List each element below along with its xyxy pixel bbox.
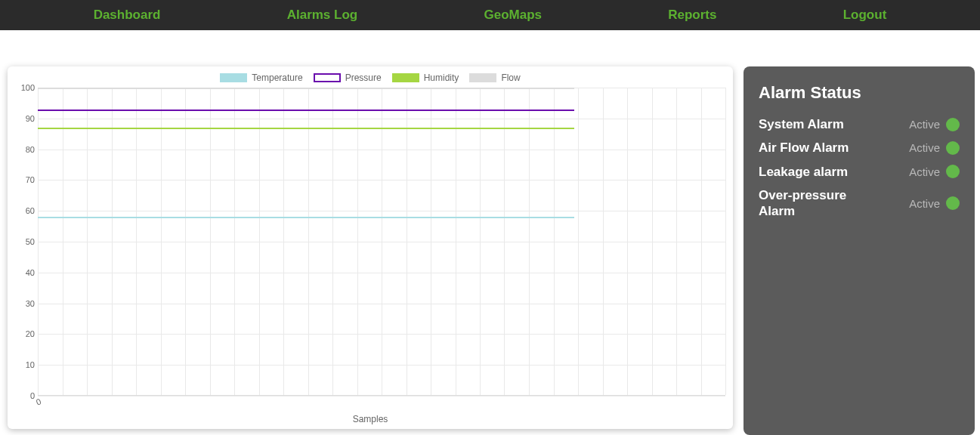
chart-ytick: 0	[17, 391, 35, 400]
chart-ytick: 30	[17, 299, 35, 308]
status-dot-icon	[946, 196, 960, 210]
legend-label-flow: Flow	[501, 72, 520, 83]
alarm-panel-title: Alarm Status	[759, 83, 960, 103]
chart-gridline-v	[283, 88, 284, 395]
alarm-status-text: Active	[909, 197, 940, 210]
chart-gridline-v	[112, 88, 113, 395]
chart-gridline-v	[407, 88, 407, 395]
chart-gridline-v	[38, 88, 39, 395]
legend-label-pressure: Pressure	[345, 72, 382, 83]
chart-gridline-v	[676, 88, 677, 395]
chart-series-pressure	[38, 110, 574, 111]
status-dot-icon	[946, 118, 960, 131]
legend-item-flow[interactable]: Flow	[469, 72, 520, 83]
chart-legend: Temperature Pressure Humidity Flow	[15, 72, 725, 83]
chart-gridline-v	[554, 88, 555, 395]
nav-logout[interactable]: Logout	[843, 8, 887, 23]
legend-swatch-temperature	[220, 73, 247, 82]
chart-plot-area	[38, 88, 725, 396]
alarm-row: System AlarmActive	[759, 116, 960, 132]
legend-item-pressure[interactable]: Pressure	[314, 72, 382, 83]
legend-swatch-flow	[469, 73, 496, 82]
alarm-name: Air Flow Alarm	[759, 140, 849, 156]
chart-gridline-v	[701, 88, 702, 395]
chart-ytick: 90	[17, 114, 35, 123]
alarm-status-wrap: Active	[909, 165, 960, 178]
legend-label-temperature: Temperature	[252, 72, 302, 83]
chart-ytick: 60	[17, 206, 35, 215]
alarm-status-panel: Alarm Status System AlarmActiveAir Flow …	[744, 66, 975, 435]
status-dot-icon	[946, 141, 960, 155]
chart-gridline-v	[234, 88, 235, 395]
chart-series-humidity	[38, 128, 574, 129]
chart-ytick: 100	[17, 83, 35, 92]
legend-item-humidity[interactable]: Humidity	[392, 72, 459, 83]
alarm-name: System Alarm	[759, 116, 844, 132]
chart-gridline-v	[529, 88, 530, 395]
nav-dashboard[interactable]: Dashboard	[94, 8, 161, 23]
alarm-list: System AlarmActiveAir Flow AlarmActiveLe…	[759, 116, 960, 219]
legend-item-temperature[interactable]: Temperature	[220, 72, 302, 83]
chart-gridline-v	[259, 88, 260, 395]
alarm-status-wrap: Active	[909, 196, 960, 210]
chart-gridline-v	[627, 88, 628, 395]
chart-xaxis-label: Samples	[8, 414, 733, 424]
chart-gridline-v	[308, 88, 309, 395]
legend-swatch-humidity	[392, 73, 419, 82]
alarm-row: Air Flow AlarmActive	[759, 140, 960, 156]
chart-xtick-0: 0	[35, 396, 42, 406]
alarm-status-wrap: Active	[909, 118, 960, 131]
chart-gridline-v	[357, 88, 358, 395]
status-dot-icon	[946, 165, 960, 178]
nav-alarms-log[interactable]: Alarms Log	[287, 8, 358, 23]
chart-series-flow	[38, 88, 574, 89]
chart-gridline-v	[480, 88, 481, 395]
alarm-status-text: Active	[909, 118, 940, 131]
nav-reports[interactable]: Reports	[668, 8, 716, 23]
chart-panel: Temperature Pressure Humidity Flow 0 Sam…	[8, 66, 733, 429]
chart-ytick: 20	[17, 329, 35, 338]
chart-gridline-v	[504, 88, 505, 395]
chart-gridline-v	[161, 88, 162, 395]
alarm-status-text: Active	[909, 141, 940, 154]
chart-ytick: 40	[17, 268, 35, 277]
chart-ytick: 80	[17, 145, 35, 154]
chart-gridline-v	[382, 88, 382, 395]
top-nav: Dashboard Alarms Log GeoMaps Reports Log…	[0, 0, 980, 30]
chart-gridline-v	[332, 88, 333, 395]
chart-gridline-v	[578, 88, 579, 395]
alarm-row: Over-pressure AlarmActive	[759, 187, 960, 220]
chart-gridline-v	[603, 88, 604, 395]
legend-swatch-pressure	[314, 73, 341, 82]
nav-geomaps[interactable]: GeoMaps	[484, 8, 542, 23]
alarm-row: Leakage alarmActive	[759, 164, 960, 180]
alarm-status-text: Active	[909, 165, 940, 178]
alarm-name: Leakage alarm	[759, 164, 848, 180]
content-area: Temperature Pressure Humidity Flow 0 Sam…	[0, 30, 980, 435]
chart-ytick: 10	[17, 360, 35, 369]
chart-gridline-v	[652, 88, 653, 395]
alarm-status-wrap: Active	[909, 141, 960, 155]
chart-gridline-v	[185, 88, 186, 395]
chart-gridline-v	[456, 88, 456, 395]
chart-gridline-v	[136, 88, 137, 395]
chart-gridline-h	[38, 396, 725, 396]
chart-gridline-v	[725, 88, 726, 395]
chart-ytick: 50	[17, 237, 35, 246]
chart-ytick: 70	[17, 175, 35, 184]
chart-series-temperature	[38, 217, 574, 218]
chart-gridline-v	[87, 88, 88, 395]
legend-label-humidity: Humidity	[424, 72, 459, 83]
chart-gridline-v	[63, 88, 63, 395]
chart-gridline-v	[431, 88, 431, 395]
chart-gridline-v	[210, 88, 211, 395]
alarm-name: Over-pressure Alarm	[759, 187, 857, 220]
